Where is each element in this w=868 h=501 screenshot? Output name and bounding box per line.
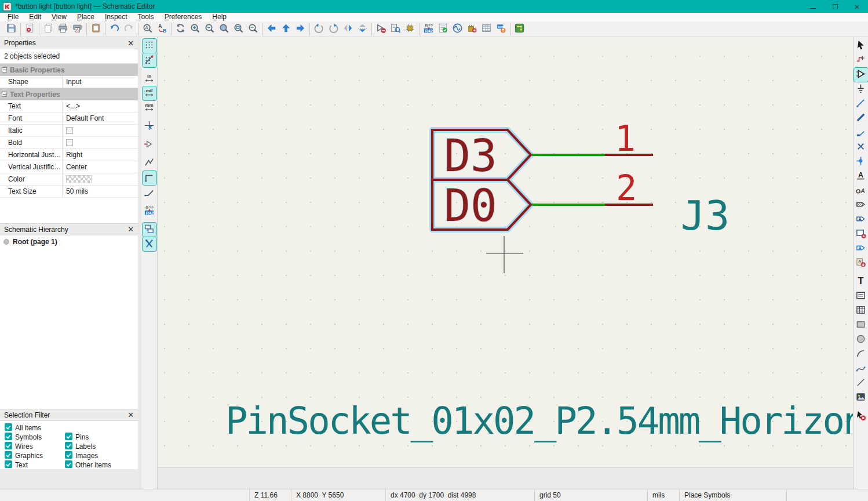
import-sheet-pin-button[interactable]: A [854, 256, 868, 270]
grid-dots-button[interactable] [143, 39, 156, 53]
hidden-pins-button[interactable] [143, 138, 156, 152]
menu-file[interactable]: File [2, 13, 24, 21]
section-header[interactable]: Basic Properties [0, 64, 138, 76]
hierarchy-navigator-button[interactable] [143, 223, 156, 237]
hierarchical-label-button[interactable] [854, 198, 868, 212]
circle-tool-button[interactable] [854, 333, 868, 347]
image-tool-button[interactable] [854, 391, 868, 405]
section-header[interactable]: Text Properties [0, 88, 138, 100]
no-connect-button[interactable] [854, 140, 868, 154]
refresh-button[interactable] [173, 22, 188, 36]
edit-symbol-button[interactable] [374, 22, 388, 36]
menu-tools[interactable]: Tools [133, 13, 159, 21]
paste-button[interactable] [89, 22, 103, 36]
nav-back-button[interactable] [264, 22, 279, 36]
global-label-button[interactable]: A [854, 213, 868, 227]
bus-entry-button[interactable] [854, 126, 868, 140]
export-bom-button[interactable]: bom [494, 22, 508, 36]
property-value-vertical-justification[interactable]: Center [62, 161, 138, 173]
menu-help[interactable]: Help [207, 13, 232, 21]
schematic-canvas[interactable]: D3 D0 1 2 J3 PinSocket_01x02_P2.54mm_Hor… [158, 37, 853, 467]
redo-button[interactable] [122, 22, 136, 36]
nav-up-button[interactable] [279, 22, 293, 36]
unit-mil-button[interactable]: mil [143, 86, 156, 100]
menu-place[interactable]: Place [72, 13, 100, 21]
unit-mm-button[interactable]: mm [143, 101, 156, 115]
property-value-shape[interactable]: Input [62, 76, 138, 88]
delete-tool-button[interactable] [854, 409, 868, 423]
properties-manager-button[interactable] [143, 237, 156, 251]
erc-button[interactable] [436, 22, 450, 36]
cursor-shape-button[interactable] [143, 119, 156, 133]
property-value-text-size[interactable]: 50 mils [62, 186, 138, 197]
property-value-color[interactable] [62, 173, 138, 185]
property-value-bold[interactable] [62, 137, 138, 148]
properties-close-icon[interactable]: ✕ [127, 39, 134, 47]
find-replace-button[interactable]: AB [155, 22, 169, 36]
filter-other-items[interactable]: Other items [65, 460, 125, 469]
unit-inch-button[interactable]: in [143, 72, 156, 86]
zoom-objects-button[interactable] [231, 22, 246, 36]
checkbox-checked[interactable] [5, 423, 15, 433]
hier-label-text-d0[interactable]: D0 [444, 180, 497, 231]
checkbox-checked[interactable] [5, 451, 15, 460]
checkbox-checked[interactable] [65, 460, 75, 469]
rectangle-tool-button[interactable] [854, 318, 868, 332]
annotate-button[interactable]: R??R42 [421, 22, 436, 36]
maximize-button[interactable] [824, 0, 846, 13]
junction-button[interactable] [854, 155, 868, 169]
minimize-button[interactable] [802, 0, 824, 13]
net-label-button[interactable]: A [854, 169, 868, 183]
bezier-tool-button[interactable] [854, 362, 868, 376]
property-value-font[interactable]: Default Font [62, 112, 138, 124]
filter-text[interactable]: Text [5, 460, 65, 469]
grid-overrides-button[interactable] [143, 53, 156, 67]
hierarchy-close-icon[interactable]: ✕ [127, 226, 134, 233]
hierarchical-sheet-button[interactable] [854, 227, 868, 241]
directive-label-button[interactable]: A [854, 184, 868, 198]
hier-label-text-d3[interactable]: D3 [444, 130, 497, 181]
filter-images[interactable]: Images [65, 451, 125, 460]
draw-bus-button[interactable] [854, 111, 868, 125]
checkbox-checked[interactable] [65, 442, 75, 451]
filter-all-items[interactable]: All items [5, 423, 65, 433]
find-button[interactable]: A [140, 22, 155, 36]
menu-preferences[interactable]: Preferences [159, 13, 207, 21]
reference-designator[interactable]: J3 [681, 192, 730, 239]
symbol-fields-table-button[interactable] [479, 22, 494, 36]
wire-free-angle-button[interactable] [143, 157, 156, 170]
property-value-horizontal-justification[interactable]: Right [62, 149, 138, 161]
print-button[interactable] [56, 22, 70, 36]
plot-button[interactable] [70, 22, 85, 36]
zoom-out-button[interactable] [202, 22, 217, 36]
zoom-selection-button[interactable] [246, 22, 260, 36]
property-value-text[interactable]: <...> [62, 100, 138, 112]
checkbox-unchecked[interactable] [66, 127, 73, 134]
text-box-button[interactable] [854, 289, 868, 303]
menu-inspect[interactable]: Inspect [100, 13, 133, 21]
line-tool-button[interactable] [854, 376, 868, 390]
nav-forward-button[interactable] [293, 22, 308, 36]
arc-tool-button[interactable] [854, 347, 868, 361]
checkbox-checked[interactable] [65, 451, 75, 460]
menu-edit[interactable]: Edit [24, 13, 46, 21]
place-sheet-pin-button[interactable]: A [854, 242, 868, 256]
filter-symbols[interactable]: Symbols [5, 433, 65, 442]
checkbox-unchecked[interactable] [66, 139, 73, 146]
zoom-fit-button[interactable] [217, 22, 231, 36]
text-tool-button[interactable]: T [854, 275, 868, 289]
checkbox-checked[interactable] [5, 442, 15, 451]
table-tool-button[interactable] [854, 304, 868, 318]
selection-filter-close-icon[interactable]: ✕ [127, 411, 134, 419]
assign-footprints-button[interactable] [465, 22, 479, 36]
page-settings-button[interactable] [41, 22, 56, 36]
close-button[interactable]: × [846, 0, 868, 13]
simulator-button[interactable] [450, 22, 465, 36]
browse-symbols-button[interactable] [388, 22, 403, 36]
wire-hv-button[interactable] [143, 171, 156, 185]
undo-button[interactable] [107, 22, 122, 36]
edit-footprint-button[interactable] [403, 22, 417, 36]
filter-graphics[interactable]: Graphics [5, 451, 65, 460]
select-tool-button[interactable] [854, 39, 868, 53]
zoom-in-button[interactable] [188, 22, 202, 36]
